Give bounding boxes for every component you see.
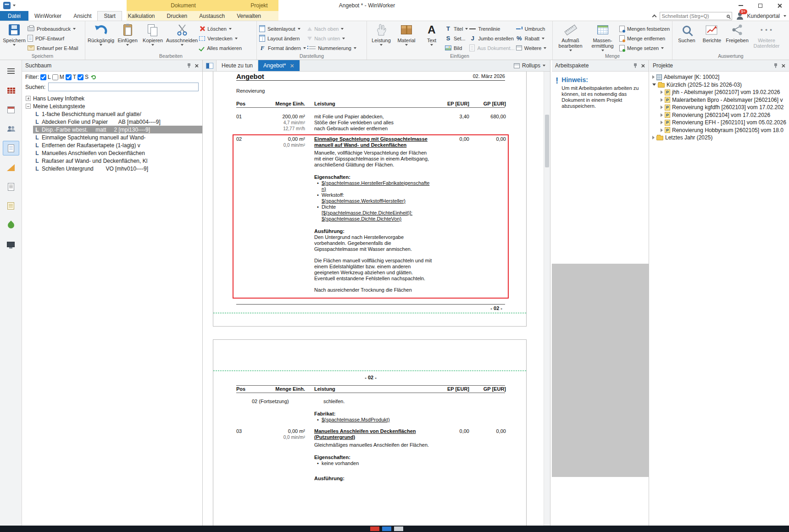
tab-angebot[interactable]: Angebot*: [258, 60, 300, 71]
rollups-button[interactable]: Rollups: [509, 60, 550, 71]
trennlinie-button[interactable]: Trennlinie: [469, 24, 514, 33]
close-panel-icon[interactable]: [641, 64, 645, 68]
tree-item[interactable]: L1-fache Beschichtung manuell auf glatte…: [33, 110, 202, 118]
format-aendern-button[interactable]: FFormat ändern: [259, 44, 306, 52]
panel-toggle-tab[interactable]: [203, 60, 217, 71]
seitenlayout-button[interactable]: Seitenlayout: [259, 24, 306, 33]
close-tab-icon[interactable]: [290, 64, 294, 68]
pin-icon[interactable]: [633, 63, 638, 68]
close-button[interactable]: [770, 0, 789, 11]
suchen-button[interactable]: Suchen: [675, 22, 699, 43]
leistung-button[interactable]: Leistung: [369, 22, 393, 46]
collapse-ribbon-icon[interactable]: [652, 15, 656, 19]
scrollbar-thumb[interactable]: [545, 115, 549, 167]
alles-markieren-button[interactable]: Alles markieren: [199, 44, 242, 52]
document-scrollbar[interactable]: [544, 72, 550, 526]
position-row-01[interactable]: 01 200,00 m² 4,7 min/m² 12,77 m²/h mit F…: [236, 114, 505, 132]
nummerierung-button[interactable]: Nummerierung: [307, 44, 356, 52]
kundenportal-button[interactable]: Kundenportal: [747, 13, 780, 19]
kundenportal-caret-icon[interactable]: [783, 15, 786, 17]
tree-item[interactable]: LAbdecken Folie und Papier AB [mab004---…: [33, 118, 202, 126]
freigeben-button[interactable]: Freigeben: [725, 22, 749, 43]
tab-verwalten[interactable]: Verwalten: [231, 11, 267, 21]
einfuegen-button[interactable]: Einfügen: [116, 22, 139, 46]
suchbaum-search-input[interactable]: [48, 83, 199, 91]
collapse-icon[interactable]: [26, 104, 31, 109]
nach-oben-button[interactable]: Nach oben: [307, 24, 356, 33]
menge-entfernen-button[interactable]: Menge entfernen: [619, 34, 670, 43]
sidebar-item-adressen[interactable]: [3, 83, 19, 98]
tab-heute-zu-tun[interactable]: Heute zu tun: [217, 60, 258, 71]
tab-kalkulation[interactable]: Kalkulation: [122, 11, 161, 21]
menu-button[interactable]: [3, 64, 19, 78]
tab-ansicht[interactable]: Ansicht: [67, 11, 97, 21]
position-row-03[interactable]: 03 0,00 m² 0,0 min/m² Manuelles Anschlei…: [236, 428, 505, 440]
sidebar-item-geraete[interactable]: [3, 237, 19, 252]
rueckgaengig-button[interactable]: Rückgängig: [88, 22, 114, 46]
quickstart-search-input[interactable]: [662, 13, 727, 19]
tree-node-infothek[interactable]: Hans Lowey Infothek: [26, 94, 202, 102]
user-icon[interactable]: 9+: [736, 12, 744, 20]
sidebar-item-dokumente[interactable]: [3, 141, 19, 155]
speichern-button[interactable]: Speichern: [2, 22, 26, 46]
expand-icon[interactable]: [26, 96, 31, 101]
filter-l-checkbox[interactable]: [40, 74, 46, 80]
tree-node-project[interactable]: P Renoveirung kgfdfh [2602103] vom 17.02…: [650, 104, 789, 111]
chevron-right-icon[interactable]: [661, 98, 663, 102]
pin-icon[interactable]: [773, 63, 778, 68]
selected-position-highlight[interactable]: 02 0,00 m² 0,0 min/m² Einmalige Spachtel…: [233, 134, 509, 299]
entwurf-email-button[interactable]: Entwurf per E-Mail: [28, 44, 78, 52]
filter-m-checkbox[interactable]: [52, 74, 58, 80]
tree-item[interactable]: LRaufaser auf Wand- und Deckenflächen, K…: [33, 157, 202, 165]
nach-unten-button[interactable]: Nach unten: [307, 34, 356, 43]
tab-drucken[interactable]: Drucken: [161, 11, 194, 21]
rabatt-button[interactable]: %Rabatt: [516, 34, 547, 43]
tab-start[interactable]: Start: [97, 11, 122, 21]
aus-dokument-button[interactable]: Aus Dokument...: [469, 44, 514, 52]
sidebar-item-vorlagen[interactable]: [3, 179, 19, 194]
position-continuation[interactable]: 02 (Fortsetzung) schleifen.: [236, 399, 505, 405]
titel-button[interactable]: TTitel: [445, 24, 468, 33]
sidebar-item-aufmass[interactable]: [3, 160, 19, 175]
tree-node-folder-kuerzlich[interactable]: Kürzlich (2025-12 bis 2026-03): [650, 81, 789, 89]
berichte-button[interactable]: Berichte: [700, 22, 724, 43]
sidebar-item-notizen[interactable]: [3, 199, 19, 213]
taskbar-icon-light[interactable]: [394, 526, 403, 531]
jumbo-button[interactable]: JJumbo erstellen: [469, 34, 514, 43]
tree-node-project[interactable]: P jhh - Abelsmayer [2602107] vom 19.02.2…: [650, 89, 789, 96]
kopieren-button[interactable]: Kopieren: [141, 22, 165, 46]
position-row-02[interactable]: 02 0,00 m² 0,0 min/m² Einmalige Spachtel…: [236, 136, 505, 148]
loeschen-button[interactable]: Löschen: [199, 24, 242, 33]
maximize-button[interactable]: [750, 0, 770, 11]
tab-winworker[interactable]: WinWorker: [28, 11, 67, 21]
close-panel-icon[interactable]: [781, 64, 785, 68]
pin-icon[interactable]: [187, 63, 191, 68]
chevron-right-icon[interactable]: [652, 136, 655, 139]
quickstart-search[interactable]: [660, 12, 732, 20]
umbruch-button[interactable]: Umbruch: [516, 24, 547, 33]
tree-item[interactable]: LManuelles Anschleifen von Deckenflächen: [33, 149, 202, 157]
taskbar-icon-red[interactable]: [370, 526, 379, 531]
sidebar-item-termine[interactable]: [3, 102, 19, 117]
filter-s-checkbox[interactable]: [78, 74, 83, 80]
tree-node-project[interactable]: P Malerarbeiten Bpro - Abelsmayer [26021…: [650, 96, 789, 104]
filter-t-checkbox[interactable]: [66, 74, 72, 80]
probeausdruck-button[interactable]: Probeausdruck: [28, 24, 78, 33]
tree-node-project[interactable]: P Renovierung [2602104] vom 17.02.2026: [650, 111, 789, 119]
chevron-right-icon[interactable]: [661, 113, 663, 117]
tab-datei[interactable]: Datei: [0, 11, 28, 21]
material-button[interactable]: Material: [394, 22, 418, 46]
chevron-right-icon[interactable]: [652, 75, 655, 79]
bild-button[interactable]: Bild: [445, 44, 468, 52]
tree-node-customer[interactable]: Abelsmayer [K: 10002]: [650, 73, 789, 81]
sidebar-item-kontakte[interactable]: [3, 122, 19, 136]
text-button[interactable]: A Text: [420, 22, 444, 46]
pdf-entwurf-button[interactable]: PDF-Entwurf: [28, 34, 78, 43]
menge-setzen-button[interactable]: Menge setzen: [619, 44, 670, 52]
chevron-right-icon[interactable]: [661, 121, 663, 124]
quick-access-caret-icon[interactable]: [13, 5, 16, 6]
refresh-icon[interactable]: [92, 75, 96, 79]
aufmass-button[interactable]: Aufmaß bearbeiten: [555, 22, 586, 51]
close-panel-icon[interactable]: [194, 64, 199, 68]
tab-austausch[interactable]: Austausch: [193, 11, 231, 21]
